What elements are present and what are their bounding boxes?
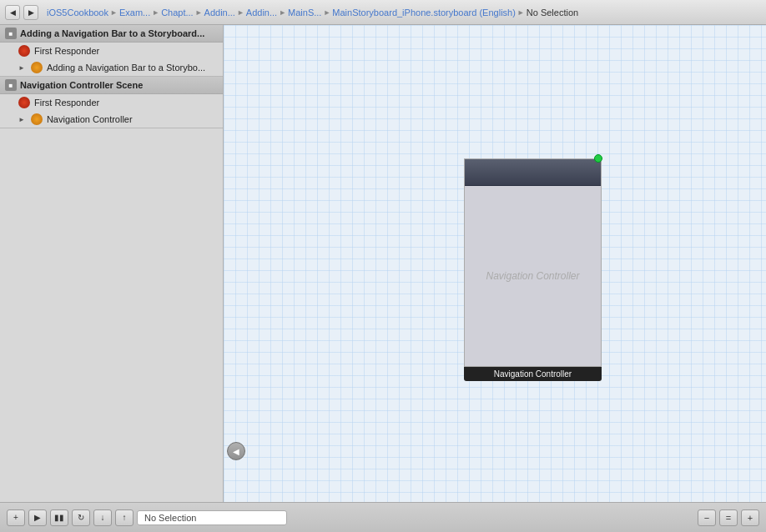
bottom-bar: + ▶ ▮▮ ↻ ↓ ↑ No Selection − = + bbox=[0, 502, 766, 532]
nav-frame-content: Navigation Controller bbox=[465, 186, 601, 366]
canvas[interactable]: ◀ Navigation Controller Navigation Contr… bbox=[224, 25, 766, 502]
tree-item-label-responder-2: First Responder bbox=[34, 98, 99, 108]
zoom-minus-button[interactable]: − bbox=[698, 509, 716, 526]
nav-icon bbox=[31, 113, 43, 125]
zoom-plus-button[interactable]: + bbox=[741, 509, 759, 526]
tree-item-responder-1[interactable]: First Responder bbox=[0, 43, 223, 59]
scene1-title: Adding a Navigation Bar to a Storyboard.… bbox=[20, 28, 204, 38]
tree-item-nav-controller[interactable]: ► Navigation Controller bbox=[0, 111, 223, 128]
refresh-button[interactable]: ↻ bbox=[72, 509, 90, 526]
responder-icon-1 bbox=[18, 45, 30, 57]
breadcrumb-current: No Selection bbox=[527, 8, 578, 18]
tree-item-label-nav: Navigation Controller bbox=[47, 114, 133, 124]
back-button[interactable]: ◀ bbox=[5, 5, 20, 20]
pause-button[interactable]: ▮▮ bbox=[50, 509, 68, 526]
tree-item-label-responder-1: First Responder bbox=[34, 46, 99, 56]
breadcrumb-item-1[interactable]: Exam... bbox=[119, 8, 150, 18]
top-toolbar: ◀ ▶ iOS5Cookbook ► Exam... ► Chapt... ► … bbox=[0, 0, 766, 25]
tree-item-storyboard[interactable]: ► Adding a Navigation Bar to a Storybo..… bbox=[0, 59, 223, 76]
nav-green-dot bbox=[594, 154, 602, 163]
status-text: No Selection bbox=[144, 513, 196, 523]
breadcrumb-item-4[interactable]: Addin... bbox=[246, 8, 277, 18]
storyboard-icon bbox=[31, 62, 43, 73]
breadcrumb: iOS5Cookbook ► Exam... ► Chapt... ► Addi… bbox=[47, 8, 761, 18]
breadcrumb-item-6[interactable]: MainStoryboard_iPhone.storyboard (Englis… bbox=[332, 8, 516, 18]
nav-frame-header bbox=[465, 159, 601, 186]
breadcrumb-item-0[interactable]: iOS5Cookbook bbox=[47, 8, 108, 18]
nav-controller-frame[interactable]: Navigation Controller Navigation Control… bbox=[464, 158, 602, 381]
breadcrumb-item-3[interactable]: Addin... bbox=[204, 8, 235, 18]
download-button[interactable]: ↓ bbox=[93, 509, 112, 526]
play-button[interactable]: ▶ bbox=[28, 509, 47, 526]
nav-controller-text: Navigation Controller bbox=[486, 270, 579, 282]
scene2-header: ■ Navigation Controller Scene bbox=[0, 77, 223, 94]
scene1-header: ■ Adding a Navigation Bar to a Storyboar… bbox=[0, 25, 223, 43]
upload-button[interactable]: ↑ bbox=[115, 509, 134, 526]
scene1-icon: ■ bbox=[5, 28, 17, 39]
zoom-fit-button[interactable]: = bbox=[719, 509, 738, 526]
responder-icon-2 bbox=[18, 97, 30, 108]
expand-arrow-1: ► bbox=[18, 64, 25, 72]
forward-button[interactable]: ▶ bbox=[23, 5, 38, 20]
bottom-right: − = + bbox=[698, 509, 759, 526]
main-content: ■ Adding a Navigation Bar to a Storyboar… bbox=[0, 25, 766, 502]
nav-controller-label: Navigation Controller bbox=[464, 367, 602, 381]
breadcrumb-item-2[interactable]: Chapt... bbox=[161, 8, 194, 18]
status-field: No Selection bbox=[137, 510, 287, 525]
scene2-icon: ■ bbox=[5, 79, 17, 91]
scene2-title: Navigation Controller Scene bbox=[20, 80, 143, 90]
tree-item-responder-2[interactable]: First Responder bbox=[0, 94, 223, 111]
bottom-left: + ▶ ▮▮ ↻ ↓ ↑ No Selection bbox=[7, 509, 287, 526]
tree-item-label-storyboard: Adding a Navigation Bar to a Storybo... bbox=[47, 63, 205, 73]
canvas-nav-left[interactable]: ◀ bbox=[227, 442, 245, 460]
nav-frame-body: Navigation Controller bbox=[464, 158, 602, 367]
sidebar: ■ Adding a Navigation Bar to a Storyboar… bbox=[0, 25, 224, 502]
breadcrumb-item-5[interactable]: MainS... bbox=[288, 8, 321, 18]
scene-group-1: ■ Adding a Navigation Bar to a Storyboar… bbox=[0, 25, 223, 77]
add-button[interactable]: + bbox=[7, 509, 25, 526]
expand-arrow-2: ► bbox=[18, 116, 25, 123]
scene-group-2: ■ Navigation Controller Scene First Resp… bbox=[0, 77, 223, 128]
